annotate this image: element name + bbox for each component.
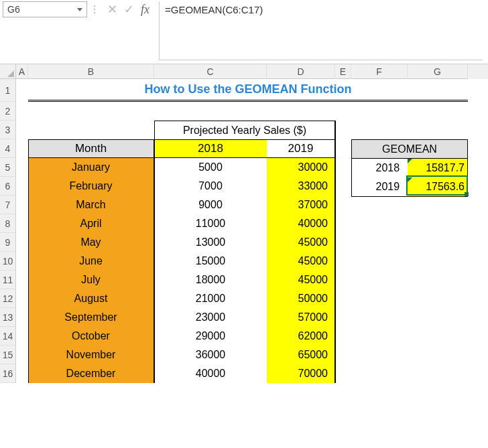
value-2018[interactable]: 5000: [154, 158, 267, 177]
geomean-box: GEOMEAN 2018 15817.7 2019 17563.6: [351, 139, 468, 197]
header-month: Month: [28, 140, 154, 157]
col-header[interactable]: D: [267, 64, 335, 79]
month-cell[interactable]: May: [28, 233, 154, 252]
row-header[interactable]: 13: [0, 308, 16, 327]
month-cell[interactable]: October: [28, 327, 154, 346]
month-cell[interactable]: June: [28, 252, 154, 271]
month-cell[interactable]: April: [28, 214, 154, 233]
grid-area: A B C D E F G How to Use the GEOMEAN Fun…: [16, 64, 488, 383]
table-row: January500030000: [28, 158, 335, 177]
separator-icon: [91, 1, 98, 13]
value-2018[interactable]: 7000: [154, 177, 267, 196]
value-2019[interactable]: 45000: [267, 233, 335, 252]
col-header[interactable]: F: [351, 64, 408, 79]
table-row: October2900062000: [28, 327, 335, 346]
month-cell[interactable]: December: [28, 364, 154, 383]
month-cell[interactable]: November: [28, 346, 154, 364]
table-row: August2100050000: [28, 289, 335, 308]
value-2019[interactable]: 30000: [267, 158, 335, 177]
value-2019[interactable]: 33000: [267, 177, 335, 196]
row-header[interactable]: 2: [0, 102, 16, 121]
month-cell[interactable]: August: [28, 289, 154, 308]
geomean-value[interactable]: 17563.6: [408, 177, 467, 196]
table-row: September2300057000: [28, 308, 335, 327]
month-cell[interactable]: March: [28, 196, 154, 214]
fx-icon[interactable]: fx: [141, 3, 149, 17]
month-cell[interactable]: September: [28, 308, 154, 327]
header-2018: 2018: [154, 140, 267, 157]
name-box[interactable]: G6: [3, 1, 87, 17]
col-header[interactable]: A: [16, 64, 28, 79]
table-row: December4000070000: [28, 364, 335, 383]
month-cell[interactable]: January: [28, 158, 154, 177]
table-row: February700033000: [28, 177, 335, 196]
border-line: [154, 121, 155, 383]
value-2018[interactable]: 21000: [154, 289, 267, 308]
value-2019[interactable]: 45000: [267, 271, 335, 289]
formula-controls: ✕ ✓ fx: [102, 1, 155, 17]
value-2019[interactable]: 40000: [267, 214, 335, 233]
row-header[interactable]: 6: [0, 177, 16, 196]
geomean-header: GEOMEAN: [352, 140, 467, 159]
column-headers: A B C D E F G: [16, 64, 488, 79]
value-2019[interactable]: 50000: [267, 289, 335, 308]
geomean-row: 2018 15817.7: [352, 159, 467, 177]
header-2019: 2019: [267, 140, 335, 157]
row-header[interactable]: 4: [0, 139, 16, 158]
table-row: July1800045000: [28, 271, 335, 289]
border-line: [335, 121, 336, 383]
row-header[interactable]: 3: [0, 121, 16, 139]
page-title: How to Use the GEOMEAN Function: [28, 79, 468, 102]
value-2018[interactable]: 36000: [154, 346, 267, 364]
geomean-year[interactable]: 2018: [352, 159, 408, 177]
name-box-value: G6: [7, 4, 20, 15]
value-2019[interactable]: 65000: [267, 346, 335, 364]
value-2018[interactable]: 9000: [154, 196, 267, 214]
formula-input[interactable]: =GEOMEAN(C6:C17): [159, 1, 483, 60]
col-header[interactable]: G: [408, 64, 468, 79]
row-header[interactable]: 1: [0, 79, 16, 102]
value-2018[interactable]: 40000: [154, 364, 267, 383]
spreadsheet: 1 2 3 4 5 6 7 8 9 10 11 12 13 14 15 16 A…: [0, 64, 488, 383]
row-header[interactable]: 8: [0, 214, 16, 233]
enter-icon[interactable]: ✓: [124, 3, 134, 15]
grid[interactable]: How to Use the GEOMEAN Function Projecte…: [16, 79, 488, 102]
value-2018[interactable]: 15000: [154, 252, 267, 271]
border-line: [28, 139, 29, 383]
chevron-down-icon[interactable]: [77, 8, 82, 11]
projected-sales-header: Projected Yearly Sales ($): [154, 121, 335, 139]
col-header[interactable]: B: [28, 64, 154, 79]
table-row: March900037000: [28, 196, 335, 214]
value-2018[interactable]: 11000: [154, 214, 267, 233]
value-2018[interactable]: 29000: [154, 327, 267, 346]
row-headers: 1 2 3 4 5 6 7 8 9 10 11 12 13 14 15 16: [0, 64, 16, 383]
row-header[interactable]: 10: [0, 252, 16, 271]
row-header[interactable]: 9: [0, 233, 16, 252]
month-cell[interactable]: July: [28, 271, 154, 289]
row-header[interactable]: 15: [0, 346, 16, 364]
row-header[interactable]: 12: [0, 289, 16, 308]
table-row: May1300045000: [28, 233, 335, 252]
value-2019[interactable]: 45000: [267, 252, 335, 271]
row-header[interactable]: 7: [0, 196, 16, 214]
value-2019[interactable]: 57000: [267, 308, 335, 327]
row-header[interactable]: 14: [0, 327, 16, 346]
row-header[interactable]: 5: [0, 158, 16, 177]
table-header-row: Month 2018 2019: [28, 139, 335, 158]
value-2019[interactable]: 70000: [267, 364, 335, 383]
select-all-corner[interactable]: [0, 64, 16, 79]
value-2019[interactable]: 37000: [267, 196, 335, 214]
geomean-row: 2019 17563.6: [352, 177, 467, 196]
cancel-icon[interactable]: ✕: [107, 3, 117, 15]
row-header[interactable]: 16: [0, 364, 16, 383]
month-cell[interactable]: February: [28, 177, 154, 196]
col-header[interactable]: E: [335, 64, 351, 79]
value-2018[interactable]: 13000: [154, 233, 267, 252]
value-2018[interactable]: 18000: [154, 271, 267, 289]
geomean-value[interactable]: 15817.7: [408, 159, 467, 177]
value-2019[interactable]: 62000: [267, 327, 335, 346]
col-header[interactable]: C: [154, 64, 267, 79]
row-header[interactable]: 11: [0, 271, 16, 289]
value-2018[interactable]: 23000: [154, 308, 267, 327]
geomean-year[interactable]: 2019: [352, 177, 408, 196]
